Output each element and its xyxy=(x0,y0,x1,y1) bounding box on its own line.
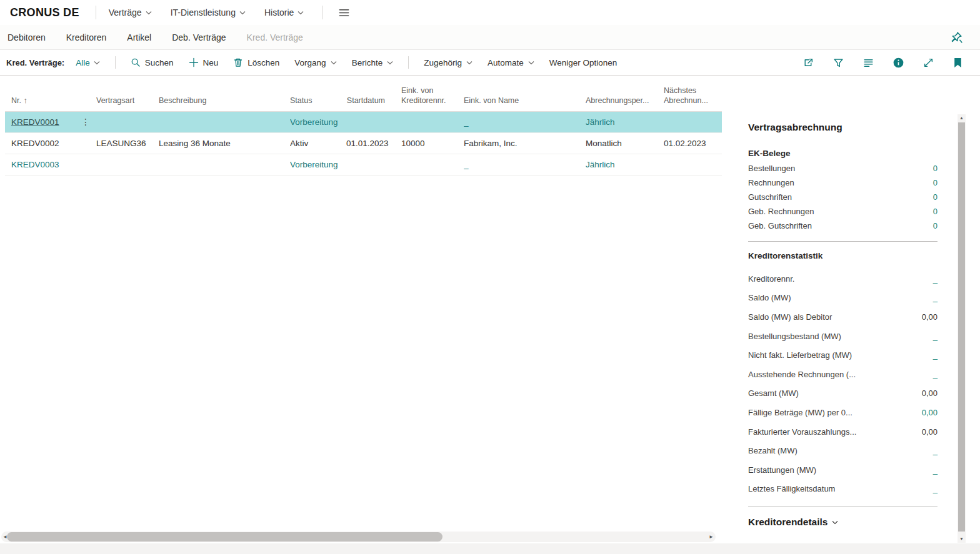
contract-number-link[interactable]: KREDV0001 xyxy=(11,117,59,127)
factbox-label: Bestellungen xyxy=(748,164,795,173)
scroll-right-arrow[interactable]: ► xyxy=(709,534,714,540)
factbox-value[interactable]: _ xyxy=(933,484,938,493)
factbox-row-bezahlt-mw: Bezahlt (MW)_ xyxy=(748,441,938,460)
column-header-status[interactable]: Status xyxy=(290,96,346,106)
filter-icon[interactable] xyxy=(833,57,844,68)
tab-kred-verträge: Kred. Verträge xyxy=(247,32,303,42)
chevron-down-icon xyxy=(146,11,152,15)
factbox-value[interactable]: 0 xyxy=(933,221,938,230)
menu-historie[interactable]: Historie xyxy=(264,7,304,17)
chevron-down-icon xyxy=(466,61,472,65)
view-filter-dropdown[interactable]: Alle xyxy=(76,58,100,67)
factbox-value[interactable]: 0,00 xyxy=(922,408,938,417)
table-row-kredv0001[interactable]: KREDV0001⋮Vorbereitung_Jährlich xyxy=(5,112,722,133)
top-navigation: VerträgeIT-DienstleistungHistorie xyxy=(109,7,323,17)
column-header-kreditorennr[interactable]: Eink. von Kreditorennr. xyxy=(401,86,464,106)
factbox-row-gutschriften: Gutschriften0 xyxy=(748,190,938,204)
chevron-down-icon xyxy=(331,61,337,65)
factbox-label: Gesamt (MW) xyxy=(748,388,799,398)
cell-dots: ⋮ xyxy=(81,117,96,127)
column-header-naechstes[interactable]: Nächstes Abrechnun... xyxy=(664,86,717,106)
cell-status: Vorbereitung xyxy=(290,160,346,169)
chevron-down-icon xyxy=(528,61,534,65)
bookmark-icon[interactable] xyxy=(953,57,962,68)
cell-startdatum: 01.01.2023 xyxy=(346,139,389,148)
hamburger-menu-icon[interactable] xyxy=(338,7,350,19)
scroll-down-arrow[interactable]: ▼ xyxy=(958,537,966,541)
column-header-beschreibung[interactable]: Beschreibung xyxy=(159,96,290,106)
scroll-up-arrow[interactable]: ▲ xyxy=(958,116,966,120)
table-row-kredv0002[interactable]: KREDV0002LEASUNG36Leasing 36 MonateAktiv… xyxy=(5,133,722,154)
factbox-label: Bestellungsbestand (MW) xyxy=(748,332,841,341)
factbox-value[interactable]: 0 xyxy=(933,192,938,202)
factbox-row-bestellungen: Bestellungen0 xyxy=(748,161,938,176)
factbox-value[interactable]: 0 xyxy=(933,207,938,216)
column-header-nr[interactable]: Nr. ↑ xyxy=(5,96,81,106)
factbox-footer-kreditorendetails[interactable]: Kreditorendetails xyxy=(748,517,938,528)
factbox-value[interactable]: _ xyxy=(933,293,938,302)
factbox-value[interactable]: _ xyxy=(933,350,938,360)
factbox-label: Nicht fakt. Lieferbetrag (MW) xyxy=(748,350,852,360)
vertical-scrollbar-thumb[interactable] xyxy=(958,122,965,532)
tab-debitoren[interactable]: Debitoren xyxy=(8,32,46,42)
factbox-section-ek-belege: EK-Belege xyxy=(748,149,938,158)
action-neu[interactable]: Neu xyxy=(189,57,219,67)
horizontal-scrollbar-thumb[interactable] xyxy=(7,532,442,542)
factbox-label: Erstattungen (MW) xyxy=(748,465,816,475)
factbox-value[interactable]: _ xyxy=(933,370,938,379)
factbox-value[interactable]: 0 xyxy=(933,178,938,187)
company-name: CRONUS DE xyxy=(10,6,79,19)
cell-name: _ xyxy=(464,117,586,127)
row-options-icon[interactable]: ⋮ xyxy=(81,117,90,127)
action-vorgang[interactable]: Vorgang xyxy=(294,58,336,67)
action-suchen[interactable]: Suchen xyxy=(131,57,174,67)
factbox-row-fällige-beträge-mw-per-0: Fällige Beträge (MW) per 0...0,00 xyxy=(748,403,938,422)
menu-it-dienstleistung[interactable]: IT-Dienstleistung xyxy=(171,7,246,17)
unpin-icon[interactable] xyxy=(951,31,962,43)
table-row-kredv0003[interactable]: KREDV0003Vorbereitung_Jährlich xyxy=(5,154,722,176)
horizontal-scrollbar[interactable]: ◄ ► xyxy=(1,532,716,542)
factbox-row-saldo-mw: Saldo (MW)_ xyxy=(748,289,938,308)
factbox-label: Kreditorennr. xyxy=(748,274,794,284)
action-weniger-optionen[interactable]: Weniger Optionen xyxy=(549,58,618,67)
vertical-scrollbar[interactable]: ▲ ▼ xyxy=(958,114,966,543)
column-header-name[interactable]: Eink. von Name xyxy=(464,96,586,106)
tab-deb-verträge[interactable]: Deb. Verträge xyxy=(172,32,226,42)
factbox-row-geb-gutschriften: Geb. Gutschriften0 xyxy=(748,219,938,233)
action-zugehörig[interactable]: Zugehörig xyxy=(424,58,472,67)
actionbar-divider xyxy=(115,56,116,69)
factbox-value[interactable]: _ xyxy=(933,332,938,341)
tab-kreditoren[interactable]: Kreditoren xyxy=(66,32,107,42)
factbox-value[interactable]: _ xyxy=(933,446,938,455)
column-header-startdatum[interactable]: Startdatum xyxy=(346,96,389,106)
action-löschen[interactable]: Löschen xyxy=(233,57,279,67)
business-central-app: CRONUS DE VerträgeIT-DienstleistungHisto… xyxy=(0,0,980,554)
factbox-value[interactable]: _ xyxy=(933,465,938,475)
chevron-down-icon xyxy=(94,61,100,65)
details-icon[interactable] xyxy=(863,57,874,68)
list-context-label: Kred. Verträge: xyxy=(6,58,64,67)
column-header-vertragsart[interactable]: Vertragsart xyxy=(96,96,159,106)
header-divider xyxy=(322,6,323,19)
menu-verträge[interactable]: Verträge xyxy=(109,7,152,17)
factbox-row-fakturierter-vorauszahlungs: Fakturierter Vorauszahlungs...0,00 xyxy=(748,422,938,442)
factbox-label: Gutschriften xyxy=(748,192,792,202)
action-automate[interactable]: Automate xyxy=(488,58,534,67)
factbox-value: 0,00 xyxy=(922,427,938,437)
expand-icon[interactable] xyxy=(923,57,934,68)
info-icon[interactable] xyxy=(893,57,904,68)
tab-artikel[interactable]: Artikel xyxy=(127,32,151,42)
factbox-divider xyxy=(748,507,938,507)
factbox-value[interactable]: _ xyxy=(933,274,938,284)
factbox-value[interactable]: 0 xyxy=(933,164,938,173)
factbox-section-kreditorenstatistik: Kreditorenstatistik xyxy=(748,251,938,260)
factbox-row-erstattungen-mw: Erstattungen (MW)_ xyxy=(748,460,938,480)
chevron-down-icon xyxy=(387,61,393,65)
search-icon xyxy=(131,57,141,67)
action-berichte[interactable]: Berichte xyxy=(352,58,394,67)
factbox-title: Vertragsabrechnung xyxy=(748,122,938,133)
factbox-row-ausstehende-rechnungen: Ausstehende Rechnungen (..._ xyxy=(748,365,938,384)
cell-name: _ xyxy=(464,160,586,169)
column-header-abrechnungsper[interactable]: Abrechnungsper... xyxy=(586,96,664,106)
share-icon[interactable] xyxy=(803,57,814,68)
